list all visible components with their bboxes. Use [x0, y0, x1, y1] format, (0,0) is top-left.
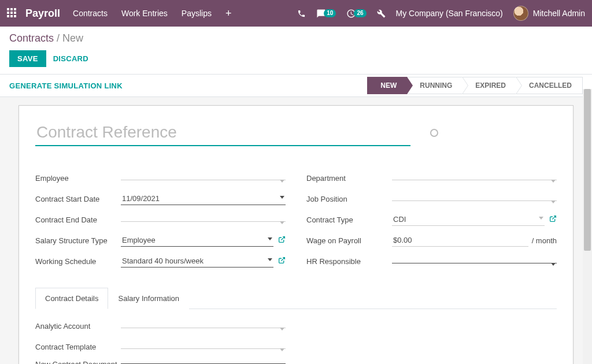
hr-field[interactable] — [392, 259, 557, 263]
structure-field[interactable]: Employee — [121, 234, 273, 247]
contract-reference-input[interactable] — [35, 120, 410, 146]
doc-template-field[interactable] — [121, 360, 286, 364]
phone-icon[interactable] — [297, 9, 306, 18]
step-new[interactable]: NEW — [367, 77, 407, 94]
job-label: Job Position — [306, 195, 392, 203]
nav-contracts[interactable]: Contracts — [73, 9, 108, 18]
tab-salary-information[interactable]: Salary Information — [108, 288, 189, 309]
schedule-field[interactable]: Standard 40 hours/week — [121, 255, 273, 268]
ctype-field[interactable]: CDI — [392, 213, 545, 226]
avatar — [513, 6, 528, 21]
external-link-icon[interactable] — [278, 236, 286, 245]
ctype-label: Contract Type — [306, 216, 392, 224]
job-field[interactable] — [392, 197, 557, 201]
template-label: Contract Template — [35, 343, 121, 351]
end-date-field[interactable] — [121, 218, 286, 222]
nav-work-entries[interactable]: Work Entries — [121, 9, 168, 18]
department-field[interactable] — [392, 176, 557, 180]
messages-icon[interactable]: 10 — [316, 9, 336, 18]
activities-icon[interactable]: 26 — [346, 9, 366, 18]
wage-field[interactable]: $0.00 — [392, 234, 528, 247]
external-link-icon[interactable] — [549, 215, 557, 224]
app-title[interactable]: Payroll — [25, 8, 60, 20]
company-selector[interactable]: My Company (San Francisco) — [396, 9, 503, 18]
step-expired[interactable]: EXPIRED — [462, 77, 516, 94]
template-field[interactable] — [121, 345, 286, 349]
scrollbar-track[interactable] — [583, 89, 592, 364]
wage-unit: / month — [532, 236, 557, 245]
breadcrumb-current: New — [62, 32, 83, 44]
hr-label: HR Responsible — [306, 257, 392, 266]
end-date-label: Contract End Date — [35, 216, 121, 224]
start-date-label: Contract Start Date — [35, 195, 121, 203]
user-name: Mitchell Admin — [533, 9, 585, 18]
user-menu[interactable]: Mitchell Admin — [513, 6, 585, 21]
wage-label: Wage on Payroll — [306, 236, 392, 245]
activities-badge: 26 — [354, 9, 366, 17]
status-steps: NEW RUNNING EXPIRED CANCELLED — [367, 75, 583, 96]
breadcrumb-root[interactable]: Contracts — [9, 32, 54, 44]
tools-icon[interactable] — [377, 9, 386, 18]
apps-icon[interactable] — [7, 8, 17, 18]
messages-badge: 10 — [324, 9, 336, 17]
kanban-state-radio[interactable] — [430, 129, 438, 137]
step-running[interactable]: RUNNING — [407, 77, 462, 94]
external-link-icon[interactable] — [278, 257, 286, 266]
structure-label: Salary Structure Type — [35, 236, 121, 245]
analytic-field[interactable] — [121, 324, 286, 328]
discard-button[interactable]: DISCARD — [53, 54, 88, 63]
employee-label: Employee — [35, 174, 121, 183]
doc-template-label: New Contract Document Template — [35, 360, 121, 364]
breadcrumb: Contracts / New — [9, 32, 583, 44]
analytic-label: Analytic Account — [35, 322, 121, 330]
step-cancelled[interactable]: CANCELLED — [516, 77, 583, 94]
save-button[interactable]: SAVE — [9, 50, 46, 67]
schedule-label: Working Schedule — [35, 257, 121, 266]
tab-contract-details[interactable]: Contract Details — [35, 288, 108, 309]
scrollbar-thumb[interactable] — [584, 89, 591, 251]
start-date-field[interactable]: 11/09/2021 — [121, 192, 286, 205]
nav-payslips[interactable]: Payslips — [182, 9, 212, 18]
department-label: Department — [306, 174, 392, 183]
generate-simulation-link[interactable]: GENERATE SIMULATION LINK — [9, 81, 123, 90]
employee-field[interactable] — [121, 176, 286, 180]
nav-add-icon[interactable]: + — [225, 8, 232, 20]
